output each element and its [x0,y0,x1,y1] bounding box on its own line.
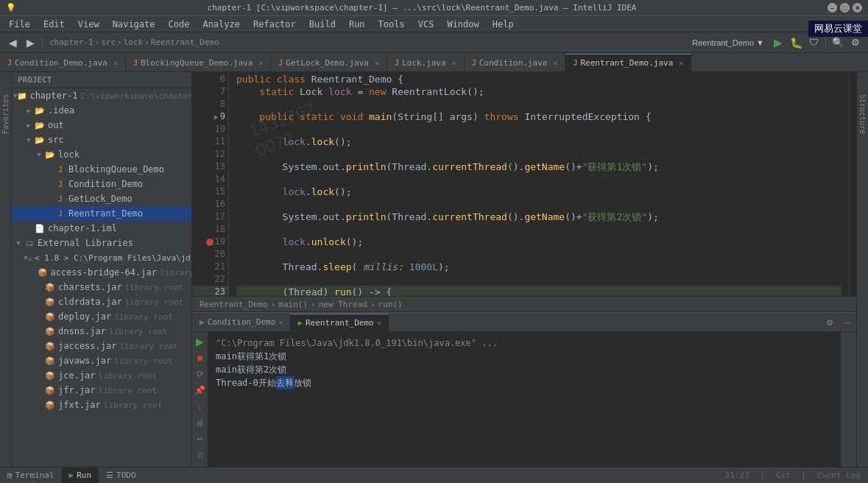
tab-condition[interactable]: J Condition.java ✕ [465,54,566,71]
breadcrumb-newthread[interactable]: new Thread [319,300,367,309]
window-maximize-button[interactable]: □ [840,3,850,13]
tree-item-blocking[interactable]: ▶ J BlockingQueue_Demo [12,162,191,177]
run-tab-reentrant-close[interactable]: ✕ [377,319,381,327]
menu-view[interactable]: View [72,18,105,31]
bottom-tab-run[interactable]: ▶ Run [62,468,99,484]
window-minimize-button[interactable]: – [828,3,837,13]
menu-edit[interactable]: Edit [38,18,71,31]
rerun-button[interactable]: ▶ [194,335,207,348]
breadcrumb-main[interactable]: main() [278,300,308,309]
clear-output-button[interactable]: ⎚ [194,448,207,462]
code-content[interactable]: public class Reentrant_Demo { static Loc… [229,72,849,296]
tab-condition-demo[interactable]: J Condition_Demo.java ✕ [0,54,126,71]
tab-blocking-queue-demo[interactable]: J BlockingQueue_Demo.java ✕ [126,54,271,71]
stop-button[interactable]: ■ [194,351,207,364]
menu-vcs[interactable]: VCS [412,18,440,31]
tree-item-jar-dnsns[interactable]: ▶ 📦 dnsns.jar library root [12,324,191,339]
debug-button[interactable]: 🐛 [788,35,804,51]
tree-item-getlock[interactable]: ▶ J GetLock_Demo [12,191,191,206]
tab-getlock-close[interactable]: ✕ [375,59,379,67]
run-panel-minimize-button[interactable]: – [839,317,856,328]
menu-help[interactable]: Help [487,18,520,31]
tab-condition-demo-close[interactable]: ✕ [113,59,118,67]
run-button[interactable]: ▶ [770,35,786,51]
tree-item-jar-jfr[interactable]: ▶ 📦 jfr.jar library root [12,383,191,398]
soft-wrap-button[interactable]: ↵ [194,432,207,445]
run-tab-reentrant[interactable]: ▶ Reentrant_Demo ✕ [290,314,388,331]
tree-icon-jar-jce: 📦 [44,370,56,381]
menu-navigate[interactable]: Navigate [107,18,161,31]
breadcrumb-run[interactable]: run() [378,300,403,309]
breadcrumb-src[interactable]: src [101,38,116,47]
tree-icon-reentrant: J [54,208,66,219]
tab-lock-close[interactable]: ✕ [452,59,456,67]
menu-window[interactable]: Window [441,18,484,31]
tab-blocking-queue-close[interactable]: ✕ [258,59,263,67]
breadcrumb-file[interactable]: Reentrant_Demo [151,38,219,47]
cursor-position: 21:23 [725,470,749,480]
bottom-tab-terminal[interactable]: ⊞ Terminal [0,468,62,484]
tree-item-condition[interactable]: ▶ J Condition_Demo [12,177,191,191]
tree-item-chapter1[interactable]: ▼ 📁 chapter-1 C:\vipworkspace\chapter-1 [12,88,191,103]
menu-file[interactable]: File [3,18,36,31]
tree-item-idea[interactable]: ▶ 📂 .idea [12,103,191,118]
forward-button[interactable]: ▶ [22,35,38,51]
breadcrumb-project[interactable]: chapter-1 [49,38,93,47]
breadcrumb-lock[interactable]: lock [124,38,144,47]
tree-item-external[interactable]: ▼ 🗂 External Libraries [12,236,191,250]
menu-build[interactable]: Build [303,18,342,31]
line-num-14: 14 [192,173,228,186]
breadcrumb-reentrant[interactable]: Reentrant_Demo [200,300,268,309]
menu-code[interactable]: Code [163,18,196,31]
tree-icon-jar-deploy: 📦 [44,311,56,322]
run-tab-condition[interactable]: ▶ Condition_Demo ✕ [192,314,290,331]
structure-label[interactable]: Structure [858,94,867,134]
tab-reentrant-close[interactable]: ✕ [679,59,683,67]
tree-item-out[interactable]: ▶ 📂 out [12,118,191,133]
pin-button[interactable]: 📌 [194,384,207,397]
restore-layout-button[interactable]: ⟳ [194,367,207,381]
tree-item-jar-jce[interactable]: ▶ 📦 jce.jar library root [12,368,191,383]
tree-arrow-lock: ▼ [34,151,44,158]
tree-label-external: External Libraries [38,238,133,248]
run-config-button[interactable]: Reentrant_Demo ▼ [688,35,769,51]
code-line-8 [236,98,841,110]
favorites-label[interactable]: Favorites [1,94,10,134]
menu-run[interactable]: Run [343,18,371,31]
back-button[interactable]: ◀ [4,35,21,51]
tree-item-sdk[interactable]: ▼ ☕ < 1.8 > C:\Program Files\Java\jdk1.8… [12,250,191,265]
run-tab-condition-close[interactable]: ✕ [278,318,283,326]
run-output-thread0-prefix: Thread-0开始 [216,376,276,389]
code-line-17: System.out.println(Thread.currentThread(… [236,211,841,223]
tab-reentrant-demo[interactable]: J Reentrant_Demo.java ✕ [565,54,691,71]
menu-refactor[interactable]: Refactor [247,18,302,31]
menu-tools[interactable]: Tools [373,18,411,31]
bottom-tab-todo[interactable]: ☰ TODO [99,468,144,484]
run-output: "C:\Program Files\Java\jdk1.8.0_191\bin\… [208,332,840,467]
bottom-tab-run-label: Run [77,470,91,480]
tab-getlock-demo[interactable]: J GetLock_Demo.java ✕ [271,54,387,71]
menu-analyze[interactable]: Analyze [197,18,246,31]
tree-item-lock[interactable]: ▼ 📂 lock [12,147,191,162]
tree-item-jar-deploy[interactable]: ▶ 📦 deploy.jar library root [12,309,191,324]
tree-item-jar-cldrdata[interactable]: ▶ 📦 cldrdata.jar library root [12,295,191,309]
tree-item-jar-jfxt[interactable]: ▶ 📦 jfxt.jar library root [12,398,191,412]
code-area[interactable]: 14317620072 6 7 8 ▶9 10 11 12 13 14 15 1… [192,72,856,296]
scroll-end-button[interactable]: ↓ [194,400,207,413]
tree-item-src[interactable]: ▼ 📂 src [12,133,191,147]
sidebar-tree[interactable]: ▼ 📁 chapter-1 C:\vipworkspace\chapter-1 … [12,88,191,467]
event-log-link[interactable]: Event Log [816,470,861,480]
tree-item-iml[interactable]: ▶ 📄 chapter-1.iml [12,221,191,236]
tab-condition-close[interactable]: ✕ [553,59,557,67]
tab-lock[interactable]: J Lock.java ✕ [387,54,465,71]
tree-item-jar-javaws[interactable]: ▶ 📦 javaws.jar library root [12,353,191,368]
tree-item-jar-charsets[interactable]: ▶ 📦 charsets.jar library root [12,280,191,295]
tree-item-jar-jaccess[interactable]: ▶ 📦 jaccess.jar library root [12,339,191,353]
print-button[interactable]: 🖨 [194,416,207,429]
tree-suffix-jar-jce: library root [99,371,157,381]
tree-item-reentrant[interactable]: ▶ J Reentrant_Demo [12,206,191,221]
tree-item-jar-access[interactable]: ▶ 📦 access-bridge-64.jar library root [12,265,191,280]
run-panel-settings-button[interactable]: ⚙ [821,317,839,328]
tree-label-idea: .idea [48,105,74,116]
window-close-button[interactable]: ✕ [853,3,862,13]
